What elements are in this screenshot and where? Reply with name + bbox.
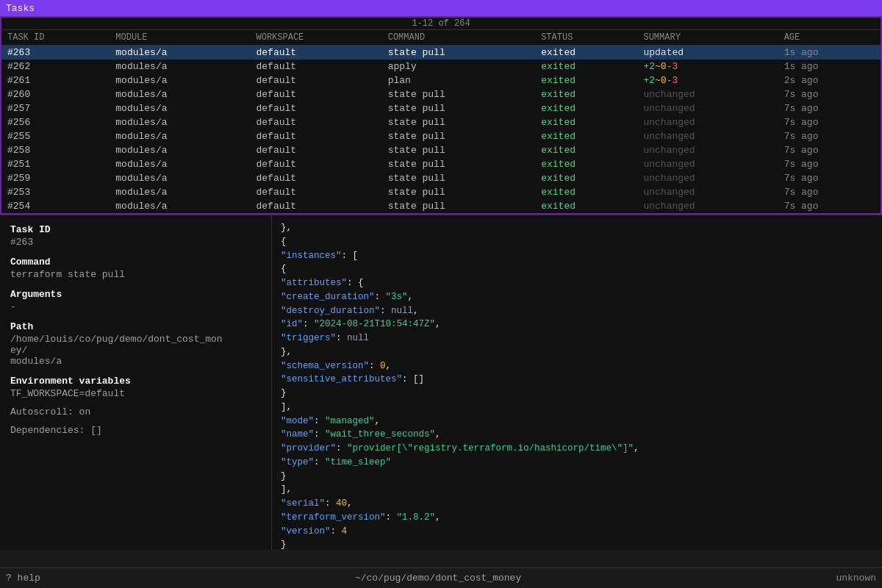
status-bar-path: ~/co/pug/demo/dont_cost_money — [355, 573, 521, 584]
cell-status: exited — [535, 87, 637, 101]
table-row[interactable]: #258modules/adefaultstate pullexitedunch… — [1, 143, 881, 157]
cell-task-id: #258 — [1, 143, 110, 157]
cell-status: exited — [535, 74, 637, 87]
json-line: "type": "time_sleep" — [281, 456, 873, 470]
cell-command: plan — [382, 74, 535, 87]
cell-command: state pull — [382, 87, 535, 101]
status-unknown: unknown — [836, 573, 876, 584]
table-row[interactable]: #256modules/adefaultstate pullexitedunch… — [1, 115, 881, 129]
task-id-label: Task ID — [10, 224, 261, 235]
cell-module: modules/a — [110, 46, 250, 60]
cell-summary: unchanged — [637, 143, 778, 157]
col-age: AGE — [778, 30, 881, 46]
cell-status: exited — [535, 115, 637, 129]
dependencies-value: Dependencies: [] — [10, 425, 261, 436]
status-bar-right: unknown — [836, 573, 876, 584]
json-line: "terraform_version": "1.8.2", — [281, 511, 873, 525]
status-bar-help[interactable]: ? help — [6, 573, 40, 584]
cell-module: modules/a — [110, 185, 250, 199]
cell-summary: unchanged — [637, 129, 778, 143]
cell-module: modules/a — [110, 157, 250, 171]
env-value: TF_WORKSPACE=default — [10, 388, 261, 399]
table-row[interactable]: #259modules/adefaultstate pullexitedunch… — [1, 171, 881, 185]
cell-task-id: #261 — [1, 74, 110, 87]
table-row[interactable]: #255modules/adefaultstate pullexitedunch… — [1, 129, 881, 143]
cell-workspace: default — [250, 115, 381, 129]
title-bar: Tasks — [0, 0, 882, 16]
cell-status: exited — [535, 46, 637, 60]
task-table-body: #263modules/adefaultstate pullexitedupda… — [1, 46, 881, 214]
json-line: "provider": "provider[\"registry.terrafo… — [281, 442, 873, 456]
cell-command: state pull — [382, 129, 535, 143]
cell-task-id: #263 — [1, 46, 110, 60]
cell-status: exited — [535, 143, 637, 157]
json-line: "create_duration": "3s", — [281, 290, 873, 304]
cell-workspace: default — [250, 171, 381, 185]
col-module: MODULE — [110, 30, 250, 46]
pagination-text: 1-12 of 264 — [412, 18, 470, 29]
cell-status: exited — [535, 199, 637, 213]
table-row[interactable]: #260modules/adefaultstate pullexitedunch… — [1, 87, 881, 101]
json-line: "sensitive_attributes": [] — [281, 373, 873, 387]
path-value: /home/louis/co/pug/demo/dont_cost_money/… — [10, 334, 261, 367]
cell-workspace: default — [250, 46, 381, 60]
col-summary: SUMMARY — [637, 30, 778, 46]
cell-module: modules/a — [110, 60, 250, 74]
cell-age: 7s ago — [778, 157, 881, 171]
table-row[interactable]: #251modules/adefaultstate pullexitedunch… — [1, 157, 881, 171]
cell-module: modules/a — [110, 115, 250, 129]
command-label: Command — [10, 257, 261, 268]
cell-summary: unchanged — [637, 171, 778, 185]
cell-task-id: #260 — [1, 87, 110, 101]
json-line: "version": 4 — [281, 525, 873, 539]
cell-workspace: default — [250, 101, 381, 115]
col-workspace: WORKSPACE — [250, 30, 381, 46]
cell-command: state pull — [382, 157, 535, 171]
json-line: "serial": 40, — [281, 497, 873, 511]
cell-status: exited — [535, 157, 637, 171]
table-row[interactable]: #262modules/adefaultapplyexited+2~0-31s … — [1, 60, 881, 74]
json-line: { — [281, 262, 873, 276]
cell-workspace: default — [250, 129, 381, 143]
cell-workspace: default — [250, 157, 381, 171]
cell-workspace: default — [250, 143, 381, 157]
cell-command: state pull — [382, 143, 535, 157]
cell-command: state pull — [382, 115, 535, 129]
json-line: "instances": [ — [281, 249, 873, 263]
json-line: }, — [281, 221, 873, 235]
json-line: ], — [281, 483, 873, 497]
table-row[interactable]: #253modules/adefaultstate pullexitedunch… — [1, 185, 881, 199]
cell-age: 2s ago — [778, 74, 881, 87]
cell-status: exited — [535, 101, 637, 115]
cell-command: state pull — [382, 101, 535, 115]
cell-age: 1s ago — [778, 60, 881, 74]
cell-command: apply — [382, 60, 535, 74]
table-row[interactable]: #257modules/adefaultstate pullexitedunch… — [1, 101, 881, 115]
cell-workspace: default — [250, 185, 381, 199]
json-line: } — [281, 470, 873, 484]
status-bar: ? help ~/co/pug/demo/dont_cost_money unk… — [0, 567, 882, 588]
cell-task-id: #251 — [1, 157, 110, 171]
task-id-value: #263 — [10, 237, 261, 248]
cell-summary: unchanged — [637, 87, 778, 101]
cell-module: modules/a — [110, 199, 250, 213]
cell-age: 7s ago — [778, 87, 881, 101]
cell-module: modules/a — [110, 101, 250, 115]
app-title: Tasks — [6, 3, 35, 14]
cell-summary: +2~0-3 — [637, 74, 778, 87]
cell-summary: +2~0-3 — [637, 60, 778, 74]
cell-module: modules/a — [110, 143, 250, 157]
cell-status: exited — [535, 171, 637, 185]
table-row[interactable]: #261modules/adefaultplanexited+2~0-32s a… — [1, 74, 881, 87]
cell-task-id: #254 — [1, 199, 110, 213]
command-value: terraform state pull — [10, 269, 261, 280]
table-row[interactable]: #263modules/adefaultstate pullexitedupda… — [1, 46, 881, 60]
json-line: ], — [281, 401, 873, 415]
task-table: TASK ID MODULE WORKSPACE COMMAND STATUS … — [1, 30, 881, 213]
cell-summary: unchanged — [637, 101, 778, 115]
table-row[interactable]: #254modules/adefaultstate pullexitedunch… — [1, 199, 881, 213]
path-label: Path — [10, 321, 261, 332]
cell-age: 7s ago — [778, 185, 881, 199]
json-line: "attributes": { — [281, 276, 873, 290]
cell-task-id: #255 — [1, 129, 110, 143]
